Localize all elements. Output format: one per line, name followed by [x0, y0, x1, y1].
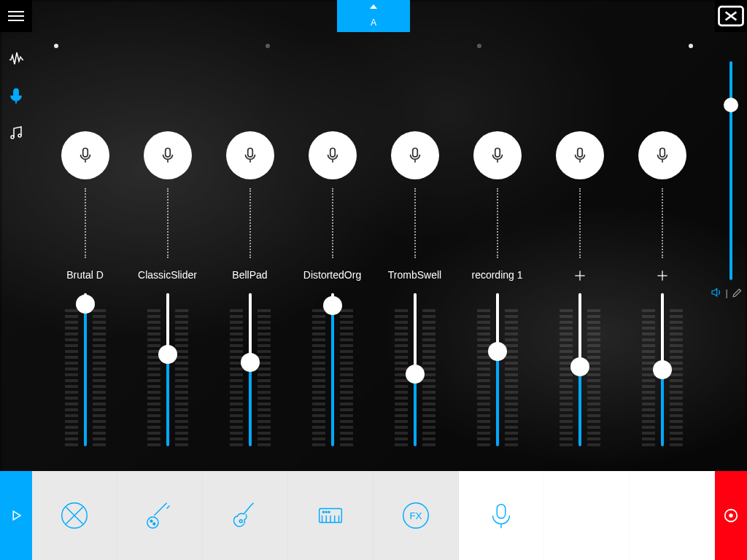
sidebar-notes[interactable]	[7, 124, 25, 141]
track-dotted-line	[414, 188, 416, 258]
fader-thumb[interactable]	[158, 345, 177, 364]
track-source-button[interactable]	[473, 131, 522, 179]
track-source-button[interactable]	[556, 131, 604, 179]
instrument-slots: FX	[32, 471, 715, 560]
add-track-button[interactable]	[621, 268, 703, 281]
page-dot[interactable]	[54, 44, 58, 48]
meter-right	[93, 293, 106, 446]
svg-text:FX: FX	[409, 510, 422, 521]
bass-icon	[143, 499, 177, 532]
meter-right	[587, 293, 600, 446]
mic-icon	[570, 146, 589, 165]
menu-button[interactable]	[0, 0, 32, 32]
svg-point-18	[322, 511, 324, 513]
master-volume-slider[interactable]	[725, 61, 737, 280]
play-button[interactable]	[0, 471, 32, 560]
master-slider-thumb[interactable]	[724, 98, 738, 112]
track-dotted-line	[332, 188, 333, 258]
add-track-button[interactable]	[538, 268, 621, 281]
meter-left	[312, 293, 325, 446]
instrument-slot-fx[interactable]: FX	[374, 471, 459, 560]
hamburger-icon	[8, 11, 24, 21]
bottom-bar: FX	[0, 471, 747, 560]
mic-icon	[488, 146, 507, 165]
svg-rect-11	[659, 148, 665, 157]
page-dot[interactable]	[266, 44, 270, 48]
svg-point-20	[328, 511, 330, 513]
track-label[interactable]: BellPad	[209, 268, 291, 281]
track-fader[interactable]	[393, 293, 437, 446]
track-fader[interactable]	[558, 293, 602, 446]
track-fader[interactable]	[640, 293, 684, 446]
fader-thumb[interactable]	[323, 296, 342, 315]
track-source-button[interactable]	[309, 131, 357, 179]
fader-slit	[84, 293, 87, 446]
track-dotted-line	[579, 188, 581, 258]
keys-icon	[314, 499, 347, 532]
instrument-slot-keys[interactable]	[288, 471, 374, 560]
plus-icon	[655, 268, 670, 283]
instrument-slot-empty[interactable]	[544, 471, 630, 560]
svg-rect-5	[165, 148, 170, 157]
sidebar-waveform[interactable]	[7, 51, 25, 69]
track-source-button[interactable]	[61, 131, 109, 179]
fader-thumb[interactable]	[653, 360, 672, 379]
track-source-button[interactable]	[226, 131, 274, 179]
fader-thumb[interactable]	[406, 365, 425, 384]
drum-icon	[58, 499, 91, 532]
track-label[interactable]: Brutal D	[44, 268, 126, 281]
meter-right	[505, 293, 518, 446]
meter-right	[340, 293, 353, 446]
volume-indicator[interactable]: |	[710, 286, 744, 299]
fader-thumb[interactable]	[570, 357, 589, 376]
notes-icon	[7, 124, 25, 141]
record-button[interactable]	[715, 471, 747, 560]
track-dotted-line	[497, 188, 498, 258]
page-dot[interactable]	[689, 44, 693, 48]
track-label[interactable]: TrombSwell	[374, 268, 456, 281]
instrument-slot-drum[interactable]	[32, 471, 117, 560]
section-tab-label: A	[371, 18, 376, 28]
svg-rect-6	[247, 148, 252, 157]
track-column: DistortedOrg	[291, 131, 374, 467]
track-source-button[interactable]	[144, 131, 192, 179]
track-fader[interactable]	[63, 293, 107, 446]
instrument-slot-empty[interactable]	[630, 471, 715, 560]
track-dotted-line	[662, 188, 663, 258]
fader-slit	[496, 293, 499, 446]
track-column: recording 1	[456, 131, 538, 467]
track-fader[interactable]	[228, 293, 272, 446]
instrument-slot-voice[interactable]	[459, 471, 544, 560]
fader-thumb[interactable]	[76, 295, 95, 314]
track-fader[interactable]	[146, 293, 190, 446]
track-label[interactable]: recording 1	[456, 268, 538, 281]
fader-thumb[interactable]	[241, 353, 260, 372]
meter-right	[422, 293, 436, 446]
track-fader[interactable]	[311, 293, 355, 446]
track-label[interactable]: ClassicSlider	[126, 268, 209, 281]
svg-rect-7	[330, 148, 335, 157]
track-column: Brutal D	[44, 131, 126, 467]
svg-rect-23	[497, 505, 506, 518]
sidebar-mic[interactable]	[7, 88, 25, 105]
svg-rect-8	[412, 148, 417, 157]
track-source-button[interactable]	[638, 131, 686, 179]
svg-point-13	[147, 517, 158, 528]
speaker-icon	[710, 286, 723, 299]
track-fader[interactable]	[476, 293, 519, 446]
mic-icon	[406, 146, 425, 165]
mic-icon	[76, 146, 95, 165]
track-dotted-line	[167, 188, 169, 258]
instrument-slot-bass[interactable]	[117, 471, 203, 560]
track-label[interactable]: DistortedOrg	[291, 268, 374, 281]
plus-icon	[573, 268, 587, 283]
track-source-button[interactable]	[391, 131, 439, 179]
top-bar: A	[0, 0, 747, 32]
section-tab-a[interactable]: A	[337, 0, 410, 32]
fader-thumb[interactable]	[488, 342, 507, 361]
guitar-icon	[228, 499, 262, 532]
instrument-slot-guitar[interactable]	[203, 471, 288, 560]
arrange-button[interactable]	[715, 0, 747, 32]
page-dot[interactable]	[477, 44, 481, 48]
meter-left	[230, 293, 243, 446]
